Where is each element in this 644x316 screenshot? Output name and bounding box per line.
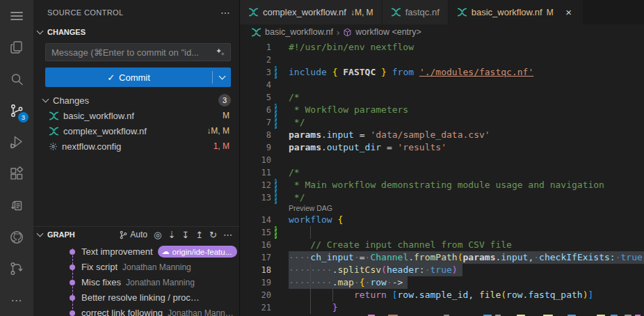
pull-icon[interactable]: ↧ xyxy=(182,230,189,240)
branch-ref-badge[interactable]: ☁origin/ide-featu... xyxy=(158,246,238,258)
commit-message-input[interactable] xyxy=(46,47,230,58)
line-number: 7 xyxy=(240,116,271,129)
code-line: 8params.input = 'data/sample_data.csv' xyxy=(240,129,644,141)
more-icon[interactable]: ⋯ xyxy=(223,230,232,240)
line-number: 4 xyxy=(240,79,271,91)
scm-file-row[interactable]: basic_workflow.nfM xyxy=(33,108,239,123)
breadcrumb-symbol[interactable]: workflow <entry> xyxy=(355,27,421,37)
commit-row[interactable]: Fix scriptJonathan Manning xyxy=(33,260,239,275)
changes-section-header[interactable]: CHANGES xyxy=(33,24,239,40)
activity-item-search[interactable] xyxy=(0,63,33,95)
git-modified-gutter-bar[interactable] xyxy=(275,191,277,204)
activity-item-run-debug[interactable] xyxy=(0,127,33,158)
commit-dot-icon xyxy=(70,295,75,301)
refresh-icon[interactable]: ↻ xyxy=(209,230,217,240)
activity-item-extensions[interactable] xyxy=(0,158,33,189)
code-line: 18········.splitCsv(header:·true) xyxy=(240,264,644,276)
gutter-decoration-slot xyxy=(271,289,280,301)
git-status-decoration: ↓M, M xyxy=(207,126,230,136)
commit-row[interactable]: Better resolve linking / process inspect… xyxy=(33,290,239,306)
commit-dropdown-button[interactable] xyxy=(213,68,231,87)
commit-message-box: ✦✧ xyxy=(45,43,231,61)
activity-item-github[interactable] xyxy=(0,221,33,253)
commit-row[interactable]: Text improvementJo...☁origin/ide-featu..… xyxy=(33,244,239,260)
push-icon[interactable]: ↥ xyxy=(195,230,203,240)
changes-section-label: CHANGES xyxy=(47,28,86,36)
sidebar-title: SOURCE CONTROL xyxy=(47,8,124,17)
gutter-decoration-slot xyxy=(271,276,280,289)
file-name: basic_workflow.nf xyxy=(63,111,217,121)
codelens-preview-dag[interactable]: Preview DAG xyxy=(289,204,332,214)
git-modified-gutter-bar[interactable] xyxy=(275,104,277,116)
changed-files-list: basic_workflow.nfMcomplex_workflow.nf↓M,… xyxy=(33,108,239,154)
gutter-decoration-slot xyxy=(271,214,280,226)
commit-button[interactable]: ✓ Commit xyxy=(45,68,231,87)
tab-fastqc.nf[interactable]: fastqc.nf xyxy=(383,0,448,24)
branch-ref-label: origin/ide-featu... xyxy=(172,248,232,256)
gutter-decoration-slot xyxy=(271,204,280,214)
code-line: 6 * Workflow parameters xyxy=(240,104,644,116)
commit-message: Fix script xyxy=(81,262,118,272)
code-line-text: */ xyxy=(289,116,305,129)
line-number: 3 xyxy=(240,66,271,79)
graph-auto-button[interactable]: Auto xyxy=(119,230,147,239)
code-line-text: #!/usr/bin/env nextflow xyxy=(289,41,414,54)
scm-pending-badge: 3 xyxy=(18,112,29,123)
code-editor[interactable]: 1#!/usr/bin/env nextflow23include { FAST… xyxy=(240,40,644,316)
line-number: 5 xyxy=(240,91,271,104)
graph-section-header[interactable]: GRAPH Auto◎⇣↧↥↻⋯ xyxy=(33,226,239,243)
doc-sync-icon xyxy=(8,197,25,214)
target-icon[interactable]: ◎ xyxy=(154,230,161,240)
gutter-decoration-slot xyxy=(271,154,280,166)
nextflow-file-icon xyxy=(457,7,467,17)
source-control-sidebar: SOURCE CONTROL ⋯ CHANGES ✦✧ ✓ Commit Cha… xyxy=(33,0,240,316)
commit-row[interactable]: Misc fixesJonathan Manning xyxy=(33,275,239,290)
code-line: 21 } xyxy=(240,301,644,314)
indent-guide xyxy=(310,289,311,301)
commit-dot-icon xyxy=(70,264,75,270)
code-line: 5/* xyxy=(240,91,644,104)
git-modified-gutter-bar[interactable] xyxy=(275,179,277,191)
activity-item-git-graph[interactable] xyxy=(0,253,33,284)
commit-row[interactable]: correct link followingJonathan Manning xyxy=(33,306,239,316)
github-icon xyxy=(8,229,25,246)
activity-item-document-sync[interactable] xyxy=(0,189,33,221)
gutter-decoration-slot xyxy=(271,116,280,129)
git-added-gutter-bar[interactable] xyxy=(275,226,277,239)
activity-item-additional-views[interactable]: ⋯ xyxy=(0,285,33,316)
code-line: 4 xyxy=(240,79,644,91)
gutter-decoration-slot xyxy=(271,41,280,54)
git-status-decoration: 1, M xyxy=(214,141,230,151)
editor-pane: complex_workflow.nf↓M, Mfastqc.nfbasic_w… xyxy=(240,0,644,316)
more-actions-icon[interactable]: ⋯ xyxy=(220,7,231,18)
code-line-text: * Main workflow demonstrating module usa… xyxy=(289,179,604,191)
git-modified-gutter-bar[interactable] xyxy=(275,116,277,129)
generate-commit-message-icon[interactable]: ✦✧ xyxy=(216,47,226,56)
line-number: 18 xyxy=(240,264,271,276)
scm-file-row[interactable]: nextflow.config1, M xyxy=(33,139,239,154)
activity-item-menu[interactable] xyxy=(0,0,33,31)
activity-bar: 3⋯ xyxy=(0,0,33,316)
close-icon[interactable]: × xyxy=(563,6,574,18)
code-line-text: params.output_dir = 'results' xyxy=(289,141,446,154)
scm-file-row[interactable]: complex_workflow.nf↓M, M xyxy=(33,123,239,139)
changes-tree-header[interactable]: Changes 3 xyxy=(33,93,239,108)
file-name: complex_workflow.nf xyxy=(63,126,201,136)
tab-basic_workflow.nf[interactable]: basic_workflow.nfM× xyxy=(449,0,583,24)
code-line: 14workflow { xyxy=(240,214,644,226)
tab-label: fastqc.nf xyxy=(405,7,440,17)
line-number: 9 xyxy=(240,141,271,154)
chevron-down-icon xyxy=(218,73,225,80)
cloud-icon: ☁ xyxy=(162,247,170,256)
line-number: 14 xyxy=(240,214,271,226)
tab-complex_workflow.nf[interactable]: complex_workflow.nf↓M, M xyxy=(240,0,382,24)
graph-toolbar: Auto◎⇣↧↥↻⋯ xyxy=(119,230,232,240)
indent-guide xyxy=(310,264,311,276)
activity-item-source-control[interactable]: 3 xyxy=(0,95,33,126)
code-line: 16 // Create input channel from CSV file xyxy=(240,239,644,251)
fetch-icon[interactable]: ⇣ xyxy=(168,230,175,240)
git-modified-gutter-bar[interactable] xyxy=(275,66,277,79)
code-line: 15 xyxy=(240,226,644,239)
activity-item-explorer[interactable] xyxy=(0,31,33,63)
breadcrumb-file[interactable]: basic_workflow.nf xyxy=(265,27,333,37)
